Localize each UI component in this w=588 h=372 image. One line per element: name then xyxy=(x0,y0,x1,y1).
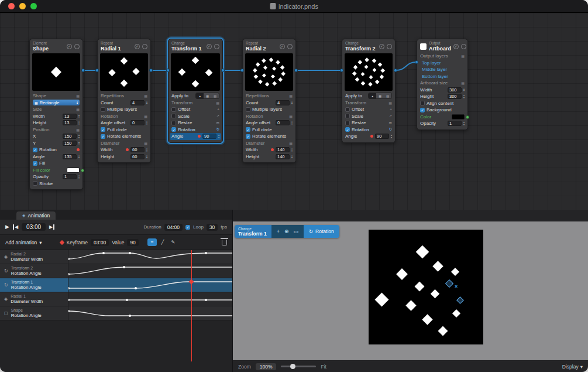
playhead[interactable] xyxy=(191,250,192,361)
resize-checkbox[interactable] xyxy=(345,121,350,125)
current-time-field[interactable]: 03:00 xyxy=(22,223,46,231)
stepper-icon[interactable]: ▴▾ xyxy=(78,121,80,125)
color-port[interactable] xyxy=(81,169,84,172)
width-input[interactable]: 13 xyxy=(63,114,77,119)
fill-checkbox[interactable]: ✓ xyxy=(33,161,37,166)
angle-input[interactable]: 90 xyxy=(202,134,216,139)
layer-bottom-layer[interactable]: Bottom layer xyxy=(417,73,467,80)
node-bypass-icon[interactable] xyxy=(387,44,392,49)
stepper-icon[interactable]: ▴▾ xyxy=(146,101,147,105)
rotation-mode-button[interactable]: ↻ Rotation xyxy=(304,225,339,238)
track-shape-rotation-angle[interactable]: ◻ShapeRotation Angle xyxy=(0,306,232,320)
full-circle-checkbox[interactable]: ✓ xyxy=(101,127,105,132)
close-window-button[interactable] xyxy=(8,3,15,9)
y-input[interactable]: 150 xyxy=(63,141,77,146)
minimize-window-button[interactable] xyxy=(19,3,26,9)
node-enable-icon[interactable]: ✓ xyxy=(280,44,285,49)
track-curve-lane[interactable] xyxy=(68,306,232,320)
node-bypass-icon[interactable] xyxy=(142,44,147,49)
node-header[interactable]: RepeatRadial 2✓ xyxy=(243,39,295,53)
stepper-icon[interactable]: ▴▾ xyxy=(463,88,465,92)
height-input[interactable]: 13 xyxy=(63,120,77,125)
keyframe-dot[interactable] xyxy=(370,135,373,138)
color-port[interactable] xyxy=(466,115,469,119)
node-header[interactable]: ChangeTransform 2✓ xyxy=(342,39,395,53)
node-header[interactable]: ChangeTransform 1✓ xyxy=(169,39,222,53)
zoom-value[interactable]: 100% xyxy=(256,363,277,370)
color-swatch[interactable] xyxy=(452,114,465,120)
selected-diamond[interactable] xyxy=(445,279,453,288)
track-curve-lane[interactable] xyxy=(68,264,232,278)
stepper-icon[interactable]: ▴▾ xyxy=(146,155,147,159)
track-radial-2-diameter-width[interactable]: ◈Radial 2Diameter Width xyxy=(0,250,232,264)
angle-offset-input[interactable]: 0 xyxy=(130,120,145,125)
selected-node-badge[interactable]: Change Transform 1 xyxy=(235,225,271,238)
artboard-diamond[interactable] xyxy=(452,309,460,318)
linear-curve-icon[interactable]: ╱ xyxy=(158,238,167,246)
node-preview[interactable] xyxy=(32,53,80,91)
layer-top-layer[interactable]: Top layer xyxy=(417,60,467,67)
artboard-diamond[interactable] xyxy=(422,314,432,325)
pen-icon[interactable]: ✎ xyxy=(169,238,178,246)
stepper-icon[interactable]: ▴▾ xyxy=(291,101,293,105)
artboard-diamond[interactable] xyxy=(438,326,448,336)
skip-to-end-button[interactable]: ▶ xyxy=(49,224,54,230)
stroke-checkbox[interactable] xyxy=(33,181,37,186)
zoom-window-button[interactable] xyxy=(30,3,37,9)
track-label[interactable]: ↻Transform 1Rotation Angle xyxy=(0,278,68,292)
width-input[interactable]: 60 xyxy=(130,147,145,152)
stepper-icon[interactable]: ▴▾ xyxy=(463,121,465,125)
background-checkbox[interactable]: ✓ xyxy=(420,108,425,112)
track-curve-lane[interactable] xyxy=(68,278,232,292)
stepper-icon[interactable]: ▴▾ xyxy=(291,148,293,152)
track-label[interactable]: ◻ShapeRotation Angle xyxy=(0,306,68,320)
skip-to-start-button[interactable]: ◀ xyxy=(13,224,18,230)
width-input[interactable]: 140 xyxy=(276,147,290,152)
opacity-input[interactable]: 1 xyxy=(63,174,77,179)
zoom-slider-knob[interactable] xyxy=(290,364,295,369)
apply-grid-icon[interactable]: ▦ xyxy=(376,93,384,98)
apply-rows-icon[interactable]: ▤ xyxy=(211,93,219,98)
zoom-slider[interactable] xyxy=(281,366,316,367)
stepper-icon[interactable]: ▴▾ xyxy=(291,155,293,159)
rotation-checkbox[interactable]: ✓ xyxy=(171,127,176,132)
loop-checkbox[interactable]: ✓ xyxy=(185,225,190,230)
track-label[interactable]: ↻Transform 2Rotation Angle xyxy=(0,264,68,278)
stepper-icon[interactable]: ▴▾ xyxy=(78,175,80,179)
delete-keyframe-icon[interactable] xyxy=(222,240,227,245)
apply-grid-icon[interactable]: ▦ xyxy=(204,93,211,98)
node-enable-icon[interactable]: ✓ xyxy=(67,44,72,49)
stepper-icon[interactable]: ▴▾ xyxy=(291,121,293,125)
count-input[interactable]: 4 xyxy=(276,100,290,105)
artboard-diamond[interactable] xyxy=(432,261,443,271)
angle-input[interactable]: 90 xyxy=(375,134,389,139)
duration-field[interactable]: 04:00 xyxy=(164,224,183,231)
keyframe-dot[interactable] xyxy=(271,148,274,151)
stepper-icon[interactable]: ▴▾ xyxy=(78,114,80,118)
node-transform1[interactable]: ChangeTransform 1✓Apply to●▦▤Transform▦O… xyxy=(168,39,223,143)
stepper-icon[interactable]: ▴▾ xyxy=(146,148,147,152)
track-label[interactable]: ◈Radial 2Diameter Width xyxy=(0,250,68,264)
move-tool-icon[interactable]: + xyxy=(277,228,280,234)
stepper-icon[interactable]: ▴▾ xyxy=(146,121,147,125)
color-swatch[interactable] xyxy=(67,168,80,173)
node-radial2[interactable]: RepeatRadial 2✓Repetitions▦Count4▴▾Multi… xyxy=(242,39,296,163)
track-curve-lane[interactable] xyxy=(68,250,232,264)
bezier-curve-icon[interactable]: ≈ xyxy=(147,238,157,246)
align-content-checkbox[interactable] xyxy=(420,101,425,105)
node-header[interactable]: OutputArtboard✓ xyxy=(417,39,467,53)
node-enable-icon[interactable]: ✓ xyxy=(453,44,459,49)
artboard-diamond[interactable] xyxy=(396,268,408,280)
shape-type-select[interactable]: ▦Rectangle▴▾ xyxy=(33,100,80,105)
node-header[interactable]: ElementShape✓ xyxy=(30,39,82,53)
node-preview[interactable] xyxy=(245,53,293,91)
width-input[interactable]: 300 xyxy=(448,87,462,93)
stepper-icon[interactable]: ▴▾ xyxy=(78,155,80,159)
apply-dot-icon[interactable]: ● xyxy=(196,93,204,98)
keyframe-dot[interactable] xyxy=(126,148,129,151)
artboard-diamond[interactable] xyxy=(416,245,429,259)
track-radial-1-diameter-width[interactable]: ◈Radial 1Diameter Width xyxy=(0,292,232,306)
preview-canvas[interactable]: Change Transform 1 + ⊕ ▭ ↻ Rotation × xyxy=(233,221,588,360)
keyframe-dot[interactable] xyxy=(77,148,80,151)
track-curve-lane[interactable] xyxy=(68,292,232,306)
